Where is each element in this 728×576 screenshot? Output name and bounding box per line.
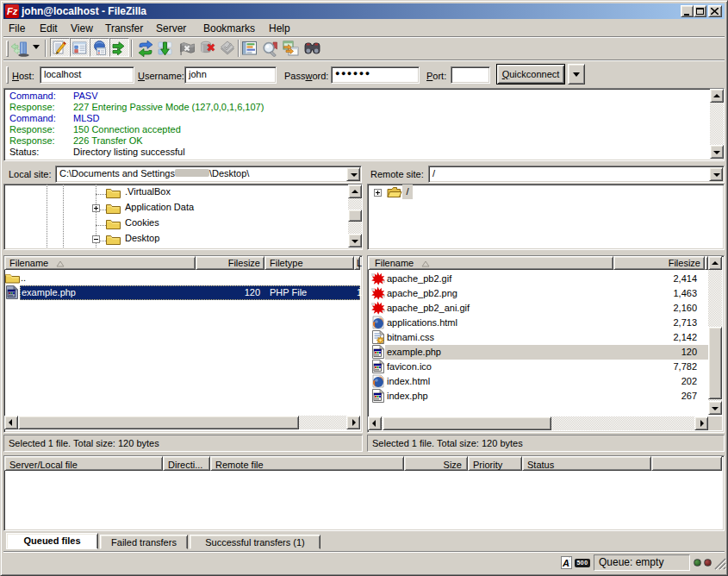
svg-text:Fz: Fz: [7, 6, 18, 16]
